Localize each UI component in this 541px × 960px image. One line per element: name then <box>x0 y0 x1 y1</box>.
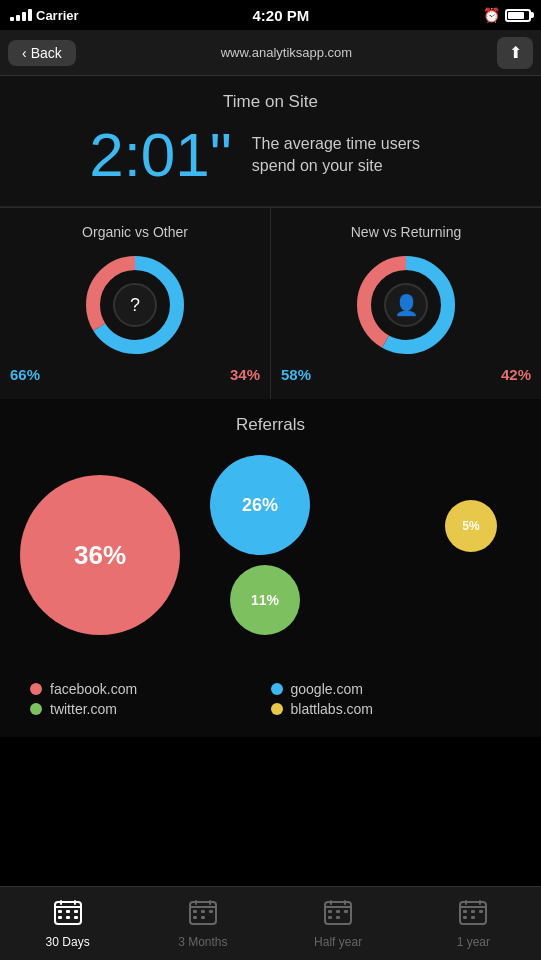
tab-label-3months: 3 Months <box>178 935 227 949</box>
svg-rect-10 <box>58 910 62 913</box>
svg-rect-38 <box>463 910 467 913</box>
tab-label-1year: 1 year <box>457 935 490 949</box>
referrals-title: Referrals <box>10 415 531 435</box>
svg-rect-15 <box>74 916 78 919</box>
svg-rect-12 <box>74 910 78 913</box>
clock-icon: ⏰ <box>483 7 500 23</box>
organic-chart-title: Organic vs Other <box>82 224 188 240</box>
svg-rect-28 <box>344 900 346 905</box>
svg-rect-31 <box>344 910 348 913</box>
svg-rect-32 <box>328 916 332 919</box>
svg-rect-42 <box>471 916 475 919</box>
status-right: ⏰ <box>483 7 531 23</box>
legend-dot-facebook <box>30 683 42 695</box>
svg-rect-11 <box>66 910 70 913</box>
bubble-blatt-label: 5% <box>462 519 479 533</box>
svg-rect-7 <box>55 906 81 908</box>
svg-rect-37 <box>479 900 481 905</box>
signal-icon <box>10 9 32 21</box>
legend-dot-google <box>271 683 283 695</box>
bubble-twitter-label: 11% <box>251 592 279 608</box>
svg-rect-17 <box>190 906 216 908</box>
legend-facebook: facebook.com <box>30 681 271 697</box>
bubble-facebook: 36% <box>20 475 180 635</box>
time-label: 4:20 PM <box>252 7 309 24</box>
legend-dot-blatt <box>271 703 283 715</box>
time-row: 2:01" The average time users spend on yo… <box>20 124 521 186</box>
tab-1year[interactable]: 1 year <box>406 887 541 960</box>
returning-icon: 👤 <box>384 283 428 327</box>
returning-donut: 👤 <box>351 250 461 360</box>
status-left: Carrier <box>10 8 79 23</box>
bubble-google-label: 26% <box>242 495 278 516</box>
organic-icon: ? <box>113 283 157 327</box>
back-chevron-icon: ‹ <box>22 45 27 61</box>
legend-blatt: blattlabs.com <box>271 701 512 717</box>
svg-rect-35 <box>460 906 486 908</box>
time-on-site-section: Time on Site 2:01" The average time user… <box>0 76 541 207</box>
svg-rect-14 <box>66 916 70 919</box>
organic-chart-section: Organic vs Other ? 66% 34% <box>0 208 271 399</box>
tab-bar: 30 Days 3 Months <box>0 886 541 960</box>
svg-rect-19 <box>209 900 211 905</box>
share-button[interactable]: ⬆ <box>497 37 533 69</box>
share-icon: ⬆ <box>509 43 522 62</box>
battery-icon <box>505 9 531 22</box>
bubble-google: 26% <box>210 455 310 555</box>
svg-rect-9 <box>74 900 76 905</box>
calendar-icon-30days <box>54 899 82 931</box>
svg-rect-24 <box>201 916 205 919</box>
back-button[interactable]: ‹ Back <box>8 40 76 66</box>
bubble-blatt: 5% <box>445 500 497 552</box>
legend-dot-twitter <box>30 703 42 715</box>
carrier-label: Carrier <box>36 8 79 23</box>
returning-blue-label: 58% <box>281 366 311 383</box>
tab-label-halfyear: Half year <box>314 935 362 949</box>
legend-label-google: google.com <box>291 681 363 697</box>
returning-chart-title: New vs Returning <box>351 224 462 240</box>
time-on-site-title: Time on Site <box>20 92 521 112</box>
svg-rect-36 <box>465 900 467 905</box>
browser-bar: ‹ Back www.analytiksapp.com ⬆ <box>0 30 541 76</box>
organic-red-label: 34% <box>230 366 260 383</box>
time-value: 2:01" <box>89 124 232 186</box>
returning-labels: 58% 42% <box>281 366 531 383</box>
bubble-facebook-label: 36% <box>74 540 126 571</box>
bubble-twitter: 11% <box>230 565 300 635</box>
tab-halfyear[interactable]: Half year <box>271 887 406 960</box>
tab-3months[interactable]: 3 Months <box>135 887 270 960</box>
svg-rect-39 <box>471 910 475 913</box>
tab-label-30days: 30 Days <box>46 935 90 949</box>
organic-labels: 66% 34% <box>10 366 260 383</box>
returning-red-label: 42% <box>501 366 531 383</box>
svg-rect-8 <box>60 900 62 905</box>
referrals-legend: facebook.com google.com twitter.com blat… <box>10 675 531 727</box>
legend-label-facebook: facebook.com <box>50 681 137 697</box>
referrals-section: Referrals 36% 26% 11% 5% facebook.com go… <box>0 399 541 737</box>
svg-rect-41 <box>463 916 467 919</box>
svg-rect-18 <box>195 900 197 905</box>
svg-rect-30 <box>336 910 340 913</box>
legend-label-blatt: blattlabs.com <box>291 701 373 717</box>
time-description: The average time users spend on your sit… <box>252 133 452 178</box>
legend-twitter: twitter.com <box>30 701 271 717</box>
calendar-icon-1year <box>459 899 487 931</box>
back-label: Back <box>31 45 62 61</box>
svg-rect-26 <box>325 906 351 908</box>
svg-rect-20 <box>193 910 197 913</box>
svg-rect-22 <box>209 910 213 913</box>
calendar-icon-halfyear <box>324 899 352 931</box>
svg-rect-29 <box>328 910 332 913</box>
returning-chart-section: New vs Returning 👤 58% 42% <box>271 208 541 399</box>
legend-google: google.com <box>271 681 512 697</box>
calendar-icon-3months <box>189 899 217 931</box>
svg-rect-21 <box>201 910 205 913</box>
charts-row: Organic vs Other ? 66% 34% New vs Return… <box>0 207 541 399</box>
legend-label-twitter: twitter.com <box>50 701 117 717</box>
svg-rect-23 <box>193 916 197 919</box>
svg-rect-40 <box>479 910 483 913</box>
organic-blue-label: 66% <box>10 366 40 383</box>
tab-30days[interactable]: 30 Days <box>0 887 135 960</box>
bubbles-area: 36% 26% 11% 5% <box>10 445 531 665</box>
status-bar: Carrier 4:20 PM ⏰ <box>0 0 541 30</box>
